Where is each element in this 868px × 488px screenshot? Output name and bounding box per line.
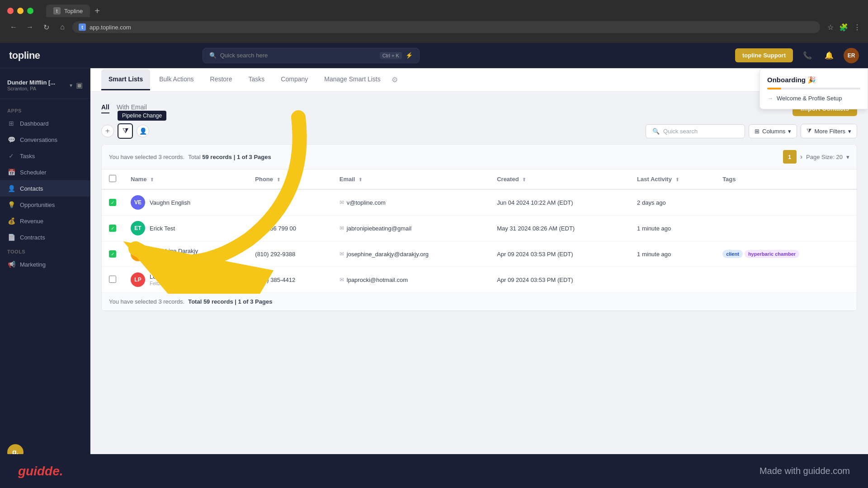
contact-name-cell[interactable]: ET Erick Test: [123, 216, 248, 241]
email-text: jabronipiebeating@gmail: [347, 225, 411, 232]
traffic-red[interactable]: [7, 8, 14, 14]
tab-icon: t: [53, 7, 61, 14]
page-1-btn[interactable]: 1: [783, 150, 797, 164]
sidebar-item-tasks[interactable]: ✓ Tasks: [0, 148, 90, 164]
contact-sub: Chanay, Jeffrey A Esq: [150, 255, 198, 260]
global-search[interactable]: 🔍 Quick search here Ctrl + K ⚡: [203, 48, 420, 63]
row-checkbox-cell[interactable]: ✓: [102, 216, 123, 241]
row-checkbox[interactable]: [109, 276, 116, 283]
traffic-yellow[interactable]: [17, 8, 24, 14]
col-created: Created ⬆: [490, 169, 630, 189]
contact-tags-cell: clienthyperbaric chamber: [715, 241, 857, 267]
page-size-chevron-icon: ▾: [846, 154, 849, 160]
sidebar-item-contacts[interactable]: 👤 Contacts: [0, 180, 90, 197]
url-text: app.topline.com: [90, 24, 131, 31]
person-filter-btn[interactable]: 👤: [137, 125, 149, 137]
email-text: lpaprocki@hotmail.com: [347, 277, 408, 283]
pipeline-change-btn[interactable]: ⧩: [118, 123, 133, 139]
select-all-checkbox[interactable]: [109, 175, 116, 182]
browser-tab[interactable]: t Topline: [46, 5, 90, 17]
menu-btn[interactable]: ⋮: [854, 23, 861, 32]
columns-icon: ⊞: [755, 128, 760, 135]
columns-btn[interactable]: ⊞ Columns ▾: [749, 124, 797, 138]
contact-sub: Feltz Printing Service: [150, 281, 197, 286]
contact-email-cell[interactable]: ✉ v@topline.com: [332, 189, 490, 216]
opportunities-icon: 💡: [7, 201, 15, 209]
sidebar-label-revenue: Revenue: [20, 218, 43, 225]
search-placeholder: Quick search here: [220, 52, 268, 59]
row-checkbox-checked[interactable]: ✓: [109, 250, 116, 258]
contact-activity-cell: [630, 267, 715, 293]
contact-name-cell[interactable]: VE Vaughn English: [123, 189, 248, 216]
email-text: v@topline.com: [347, 199, 386, 206]
row-checkbox-cell[interactable]: ✓: [102, 189, 123, 216]
tab-company[interactable]: Company: [274, 69, 315, 90]
user-avatar[interactable]: ER: [844, 48, 859, 63]
contact-name-cell[interactable]: LP Lenna Paprocki Feltz Printing Service: [123, 267, 248, 293]
row-checkbox-checked[interactable]: ✓: [109, 199, 116, 206]
apps-section-label: Apps: [0, 104, 90, 115]
browser-nav-icons: ☆ 🧩 ⋮: [827, 23, 861, 32]
onboarding-title: Onboarding 🎉: [767, 76, 860, 84]
extension-btn[interactable]: 🧩: [839, 23, 848, 32]
sidebar-item-scheduler[interactable]: 📅 Scheduler: [0, 164, 90, 180]
contact-name-cell[interactable]: JD Josephine Darakjy Chanay, Jeffrey A E…: [123, 241, 248, 267]
sidebar-item-marketing[interactable]: 📢 Marketing: [0, 256, 90, 272]
guidde-logo: guidde.: [18, 464, 63, 479]
filter-tab-all[interactable]: All: [101, 103, 109, 113]
sidebar-label-dashboard: Dashboard: [20, 120, 49, 127]
page-size-label: Page Size: 20: [806, 154, 843, 160]
tab-settings-icon[interactable]: ⚙: [392, 75, 398, 84]
contact-name: Erick Test: [150, 225, 175, 232]
sidebar-item-conversations[interactable]: 💬 Conversations: [0, 131, 90, 148]
contact-email-cell[interactable]: ✉ lpaprocki@hotmail.com: [332, 267, 490, 293]
workspace-selector[interactable]: Dunder Mifflin [... Scranton, PA ▾ ▣: [0, 75, 90, 99]
col-name: Name ⬆: [123, 169, 248, 189]
sidebar-item-revenue[interactable]: 💰 Revenue: [0, 213, 90, 229]
back-btn[interactable]: ←: [7, 21, 20, 33]
quick-search-input[interactable]: 🔍 Quick search: [646, 124, 745, 138]
row-checkbox-cell[interactable]: [102, 267, 123, 293]
support-button[interactable]: topline Support: [735, 48, 793, 62]
add-record-btn[interactable]: +: [101, 125, 114, 137]
home-btn[interactable]: ⌂: [56, 21, 69, 33]
row-checkbox-checked[interactable]: ✓: [109, 225, 116, 232]
app-container: topline 🔍 Quick search here Ctrl + K ⚡ t…: [0, 43, 868, 488]
traffic-green[interactable]: [27, 8, 33, 14]
forward-btn[interactable]: →: [24, 21, 36, 33]
tab-bulk-actions[interactable]: Bulk Actions: [152, 69, 201, 90]
email-sort-icon: ⬆: [359, 177, 362, 182]
tab-tasks[interactable]: Tasks: [241, 69, 272, 90]
site-icon: t: [79, 23, 86, 31]
table-row: ✓ VE Vaughn English ✉ v@topline.comJun 0…: [102, 189, 857, 216]
contact-email-cell[interactable]: ✉ josephine_darakjy@darakjy.org: [332, 241, 490, 267]
tab-manage-smart-lists[interactable]: Manage Smart Lists: [317, 69, 388, 90]
row-checkbox-cell[interactable]: ✓: [102, 241, 123, 267]
new-tab-btn[interactable]: +: [94, 6, 100, 16]
tab-smart-lists[interactable]: Smart Lists: [101, 69, 150, 90]
bookmark-btn[interactable]: ☆: [827, 23, 834, 32]
address-bar[interactable]: t app.topline.com: [72, 21, 820, 33]
tab-restore[interactable]: Restore: [203, 69, 240, 90]
onboarding-arrow-icon: →: [767, 95, 773, 102]
page-next-btn[interactable]: ›: [800, 153, 802, 161]
select-all-cell[interactable]: [102, 169, 123, 189]
contact-name: Josephine Darakjy: [150, 248, 198, 254]
table-row: LP Lenna Paprocki Feltz Printing Service…: [102, 267, 857, 293]
tag-badge[interactable]: client: [722, 250, 743, 258]
phone-icon-btn[interactable]: 📞: [800, 48, 815, 63]
notifications-btn[interactable]: 🔔: [822, 48, 836, 63]
sidebar-item-opportunities[interactable]: 💡 Opportunities: [0, 197, 90, 213]
contact-email-cell[interactable]: ✉ jabronipiebeating@gmail: [332, 216, 490, 241]
email-icon: ✉: [340, 199, 344, 206]
bottom-records-info-bar: You have selected 3 records. Total 59 re…: [102, 293, 857, 311]
sidebar-toggle-icon[interactable]: ▣: [76, 81, 83, 89]
lightning-icon: ⚡: [406, 52, 413, 59]
sidebar-item-dashboard[interactable]: ⊞ Dashboard: [0, 115, 90, 131]
reload-btn[interactable]: ↻: [40, 21, 52, 33]
tools-section-label: Tools: [0, 245, 90, 256]
onboarding-item[interactable]: → Welcome & Profile Setup: [767, 95, 860, 102]
sidebar-item-contracts[interactable]: 📄 Contracts: [0, 229, 90, 245]
tag-badge[interactable]: hyperbaric chamber: [745, 250, 799, 258]
more-filters-btn[interactable]: ⧩ More Filters ▾: [801, 124, 857, 138]
